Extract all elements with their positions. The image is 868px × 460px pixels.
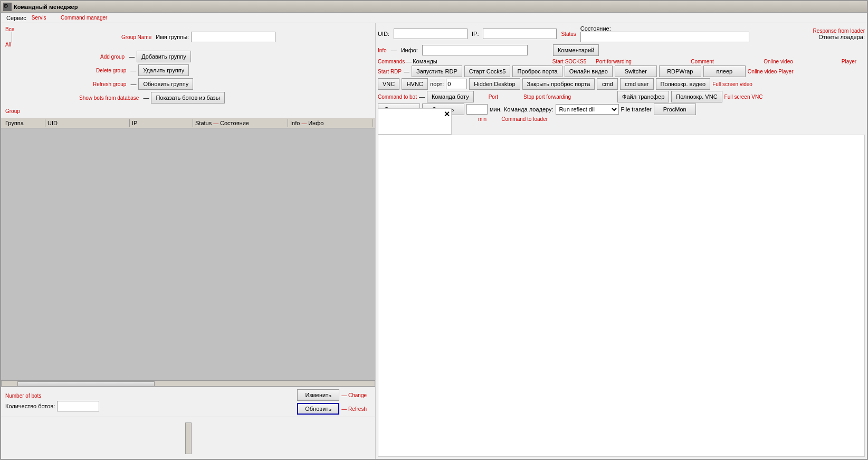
refresh-en-label: — Refresh xyxy=(341,406,367,412)
col-header-uid: UID xyxy=(45,119,130,127)
cmd-row-3: Command to bot — Команда боту Port Stop … xyxy=(378,91,865,102)
status-input[interactable] xyxy=(580,32,749,42)
online-video-header: Online video xyxy=(726,59,831,64)
status-en-label: Status xyxy=(561,31,576,37)
vnc-btn[interactable]: VNC xyxy=(378,78,399,90)
start-rdp-btn[interactable]: Запустить RDP xyxy=(412,65,462,77)
hidden-desktop-btn[interactable]: Hidden Desktop xyxy=(469,78,520,90)
app-icon: ⚙ xyxy=(3,3,12,11)
menu-bar: Сервис Servis Command manager xyxy=(1,13,867,23)
refresh-group-en-label: Refresh group xyxy=(93,81,126,87)
show-bots-btn[interactable]: Показать ботов из базы xyxy=(151,92,224,104)
cmd-to-bot-btn[interactable]: Команда боту xyxy=(427,91,474,102)
switcher-btn[interactable]: Switcher xyxy=(615,65,657,77)
col-header-ip: IP xyxy=(130,119,193,127)
fullscreen-video-btn[interactable]: Полноэкр. видео xyxy=(656,78,711,90)
col-header-group: Группа xyxy=(3,119,45,127)
file-transfer-btn[interactable]: Файл трансфер xyxy=(617,91,669,102)
table-container: Группа UID IP Status — Состояние Info xyxy=(1,118,375,380)
popup-overlay: ✕ xyxy=(378,108,452,135)
online-video-player-label: Online video Player xyxy=(748,69,794,74)
port-input[interactable] xyxy=(446,79,467,89)
uid-input[interactable] xyxy=(394,29,468,39)
comment-btn[interactable]: Комментарий xyxy=(553,44,599,56)
all-en-label: All xyxy=(5,42,37,48)
delete-group-en-label: Delete group xyxy=(96,68,126,73)
player-header: Player xyxy=(833,59,865,64)
start-socks5-header: Start SOCKS5 xyxy=(548,59,590,64)
title-bar: ⚙ Командный менеджер xyxy=(1,1,867,13)
popup-close-btn[interactable]: ✕ xyxy=(444,110,450,118)
show-bots-en-label: Show bots from database xyxy=(79,95,139,101)
cmd-row-2: VNC HVNC порт: Hidden Desktop Закрыть пр… xyxy=(378,78,865,90)
uid-label: UID: xyxy=(378,31,389,37)
main-window: ⚙ Командный менеджер Сервис Servis Comma… xyxy=(0,0,868,460)
scrollbar-thumb[interactable] xyxy=(17,381,155,387)
port-forward-header: Port forwarding xyxy=(593,59,635,64)
start-socks5-btn[interactable]: Старт Сocks5 xyxy=(464,65,511,77)
status-section: Status xyxy=(561,31,576,37)
cmd-to-loader-en-label: Command to loader xyxy=(501,116,548,122)
table-header: Группа UID IP Status — Состояние Info xyxy=(1,118,375,128)
online-video-btn[interactable]: Онлайн видео xyxy=(565,65,613,77)
bots-table[interactable] xyxy=(1,128,375,380)
cmd-to-bot-en-label: Command to bot xyxy=(378,94,417,100)
port-label2: Port xyxy=(489,94,498,100)
refresh-group-btn[interactable]: Обновить группу xyxy=(138,78,193,90)
uid-ip-row: UID: IP: Status Состояние: Response from… xyxy=(378,25,865,42)
cmd-btn[interactable]: cmd xyxy=(597,78,618,90)
procmon-btn[interactable]: ProcMon xyxy=(654,104,696,115)
change-btn[interactable]: Изменить xyxy=(297,389,339,401)
group-name-input[interactable] xyxy=(191,32,275,42)
loader-command-dropdown[interactable]: Run reflect dll xyxy=(556,104,619,115)
refresh-btn[interactable]: Обновить xyxy=(297,403,339,415)
group-name-en-label: Group Name xyxy=(121,34,151,40)
full-screen-video-en-label: Full screen video xyxy=(712,81,752,87)
delete-group-btn[interactable]: Удалить группу xyxy=(138,64,189,76)
bots-count-input[interactable] xyxy=(57,401,99,411)
menu-servis-label: Servis xyxy=(32,15,46,21)
right-panel: UID: IP: Status Состояние: Response from… xyxy=(376,23,867,459)
bottom-scroll-area xyxy=(1,417,375,459)
all-ru-label: Все xyxy=(5,26,37,32)
commands-ru-label: Команды xyxy=(413,58,437,64)
group-section-label: Group xyxy=(5,108,20,114)
command-manager-label: Command manager xyxy=(61,15,107,21)
menu-servis[interactable]: Сервис xyxy=(3,14,30,22)
hvnc-btn[interactable]: HVNC xyxy=(402,78,428,90)
fullscreen-vnc-btn[interactable]: Полноэкр. VNC xyxy=(671,91,722,102)
vertical-scrollbar-bottom[interactable] xyxy=(185,423,192,454)
add-group-en-label: Add group xyxy=(100,54,125,60)
response-text-area xyxy=(378,135,865,457)
rdpwrap-btn[interactable]: RDPWrap xyxy=(659,65,701,77)
info-input[interactable] xyxy=(422,45,528,55)
number-of-bots-en-label: Number of bots xyxy=(5,393,41,399)
command-to-loader-ru-label: Команда лоадеру: xyxy=(504,106,554,112)
response-en-label: Response from loader xyxy=(813,28,865,34)
sleep-duration-input[interactable] xyxy=(466,104,488,115)
commands-en-label: Commands xyxy=(378,59,405,64)
group-config: Все All Group Name Имя группы: Add group… xyxy=(1,23,375,118)
port-forward-btn[interactable]: Проброс порта xyxy=(512,65,562,77)
group-name-ru-label: Имя группы: xyxy=(156,34,189,40)
cmd-user-btn[interactable]: cmd user xyxy=(620,78,653,90)
status-display: Состояние: xyxy=(580,25,809,42)
ip-input[interactable] xyxy=(483,29,557,39)
player-btn[interactable]: плеер xyxy=(703,65,746,77)
port-label: порт: xyxy=(430,81,444,87)
bots-count-label: Количество ботов: xyxy=(5,403,55,409)
min-ru-label: мин. xyxy=(490,106,502,112)
full-screen-vnc-en-label: Full screen VNC xyxy=(724,94,763,100)
add-group-btn[interactable]: Добавить группу xyxy=(137,51,191,62)
close-port-btn[interactable]: Закрыть проброс порта xyxy=(522,78,595,90)
comment-header: Comment xyxy=(681,59,723,64)
response-section: Response from loader Ответы лоадера: xyxy=(813,28,865,40)
window-title: Командный менеджер xyxy=(14,4,78,10)
file-transfer-en-label: File transfer xyxy=(621,106,652,112)
stop-port-en-label: Stop port forwarding xyxy=(523,94,571,100)
section-headers: Start SOCKS5 Port forwarding Comment Onl… xyxy=(548,59,865,64)
horizontal-scrollbar[interactable] xyxy=(1,380,375,387)
info-ru-label: Инфо: xyxy=(401,47,418,53)
left-panel: Все All Group Name Имя группы: Add group… xyxy=(1,23,376,459)
response-ru-label: Ответы лоадера: xyxy=(818,34,865,40)
